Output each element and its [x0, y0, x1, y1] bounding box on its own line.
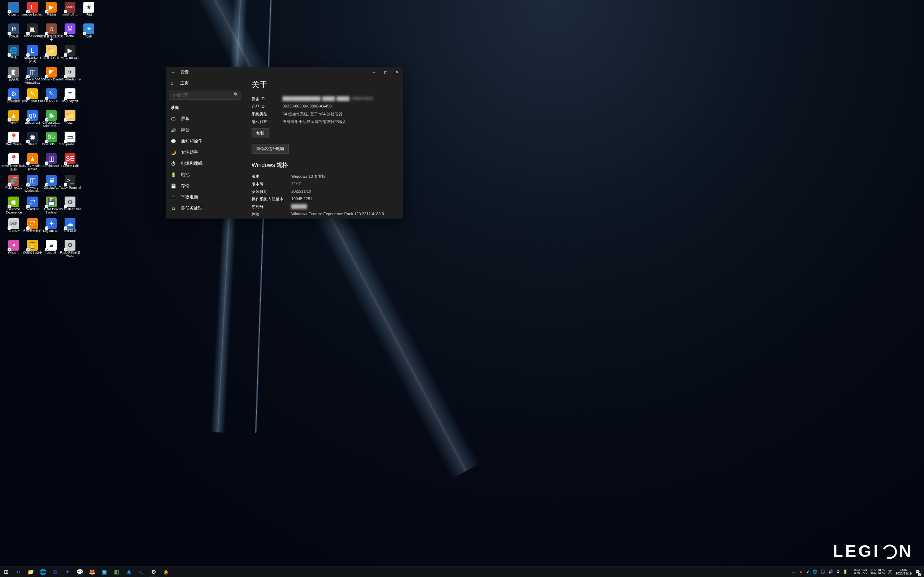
desktop-icon-label: 网络: [10, 56, 17, 60]
taskbar-explorer[interactable]: 📁: [24, 567, 37, 577]
sidebar-item[interactable]: ⧉多任务处理: [166, 203, 245, 214]
taskbar-terminal[interactable]: >_: [135, 567, 147, 577]
desktop-icon[interactable]: ▶↗MPC-BE x64: [57, 45, 83, 66]
taskbar-start[interactable]: ⊞: [0, 567, 12, 577]
desktop[interactable]: 👤↗C Liang🖥↗此电脑🌐↗网络🗑↗回收站⚙↗控制面板▲↗AIMP📍↗Bes…: [0, 0, 924, 566]
taskbar-firefox[interactable]: 🦊: [86, 567, 98, 577]
settings-window: ← 设置 ─ ▢ ✕ ⌂ 主页 🔍 系统 🖵屏幕🔊声音💬通知和操作🌙专注助手⏻电…: [166, 67, 403, 219]
tray-icon[interactable]: 🌐: [811, 567, 819, 577]
spec-value: ████████████-████-████-788DF8ED: [283, 96, 373, 102]
spec-key: 产品 ID: [252, 104, 283, 109]
sidebar-item-label: 声音: [181, 127, 189, 133]
cpu-monitor[interactable]: CPU: 31 % 内存: 67 %: [868, 567, 887, 577]
desktop-icon[interactable]: ✈↗MSI Afterburner: [57, 66, 83, 87]
app-icon: ◫↗: [27, 67, 38, 77]
desktop-icon-label: C Liang: [8, 13, 19, 16]
minimize-button[interactable]: ─: [368, 67, 380, 77]
sidebar-item[interactable]: ⏻电源和睡眠: [166, 158, 245, 169]
app-icon: ≡↗: [46, 240, 57, 251]
desktop-icon[interactable]: 📁↗osz: [57, 110, 83, 131]
search-input[interactable]: [169, 90, 241, 100]
app-icon: ◉↗: [27, 132, 38, 142]
sidebar-item[interactable]: 🖵屏幕: [166, 113, 245, 124]
tray-icon[interactable]: 🔺: [797, 567, 805, 577]
desktop-icon[interactable]: ☁↗百度网盘: [57, 218, 83, 239]
spec-row: 系统类型64 位操作系统, 基于 x64 的处理器: [252, 110, 396, 118]
sidebar-item-icon: 🖵: [171, 116, 176, 121]
system-tray: ︿ 🔺✔🌐🎧🔊⚙🔋 ↑: 2.84 KB/s ↓: 6.55 KB/s CPU:…: [790, 567, 924, 577]
sidebar-item-icon: 💾: [171, 184, 176, 189]
taskbar-wechat[interactable]: 💬: [74, 567, 86, 577]
maximize-button[interactable]: ▢: [380, 67, 391, 77]
sidebar-item-label: 平板电脑: [181, 194, 198, 200]
sidebar-item[interactable]: 🔊声音: [166, 124, 245, 135]
app-icon: 99↗: [46, 132, 57, 142]
rename-pc-button[interactable]: 重命名这台电脑: [252, 144, 289, 154]
clock[interactable]: 23:07 2022/11/19: [893, 567, 914, 577]
sidebar-item-label: 通知和操作: [181, 138, 202, 144]
spec-row: 产品 ID00330-80000-00000-AA450: [252, 103, 396, 110]
desktop-icon[interactable]: ▭↗Snipaste_...: [57, 131, 83, 152]
desktop-icon[interactable]: ≡↗osuPlay.txt: [57, 88, 83, 109]
app-icon: ⇄↗: [27, 197, 38, 207]
back-button[interactable]: ←: [171, 69, 176, 75]
app-icon: ☁↗: [65, 218, 76, 229]
spec-row: 体验Windows Feature Experience Pack 120.22…: [252, 211, 396, 218]
desktop-icon[interactable]: ⚙↗try to sleep.bat: [57, 196, 83, 217]
taskbar-edge[interactable]: 🌐: [37, 567, 49, 577]
taskbar-app4[interactable]: ◉: [123, 567, 135, 577]
spec-key: 设备 ID: [252, 96, 283, 102]
desktop-icon[interactable]: >_↗Tabby Terminal: [57, 174, 83, 195]
action-center[interactable]: 💬9: [914, 567, 921, 577]
app-icon: ▭↗: [65, 132, 76, 142]
sidebar-item[interactable]: 🔋电池: [166, 169, 245, 180]
tray-icon[interactable]: ✔: [805, 567, 811, 577]
taskbar-cortana[interactable]: ○: [12, 567, 24, 577]
desktop-icon-label: 迅雷: [85, 35, 92, 38]
desktop-icon-label: 此电脑: [9, 35, 19, 38]
desktop-icon-label: Snipaste_...: [61, 143, 79, 146]
app-icon: 👤↗: [8, 2, 19, 13]
app-icon: ✈↗: [65, 67, 76, 77]
sidebar-item[interactable]: 💬通知和操作: [166, 135, 245, 147]
desktop-icon-label: Tabby Terminal: [59, 186, 81, 189]
spec-value: █████: [291, 204, 307, 210]
desktop-icon[interactable]: ★↗快贴: [76, 2, 102, 23]
desktop-icon[interactable]: ✦↗迅雷: [76, 23, 102, 44]
ime-indicator[interactable]: 英: [887, 567, 893, 577]
spec-key: 体验: [252, 212, 291, 217]
close-button[interactable]: ✕: [391, 67, 403, 77]
app-icon: ✦↗: [8, 240, 19, 251]
sidebar-item[interactable]: 🌙专注助手: [166, 147, 245, 158]
sidebar-item-icon: 🔋: [171, 172, 176, 177]
desktop-icon[interactable]: SE↗Subtitle Edit: [57, 153, 83, 174]
tray-chevron[interactable]: ︿: [790, 567, 797, 577]
sidebar-item[interactable]: 📱平板电脑: [166, 192, 245, 203]
show-desktop[interactable]: [921, 567, 923, 577]
app-icon: ▶↗: [46, 2, 57, 13]
app-icon: ▲↗: [8, 110, 19, 121]
taskbar-app3[interactable]: ◧: [110, 567, 123, 577]
desktop-icon-label: osuPlay.txt: [62, 100, 78, 103]
copy-device-button[interactable]: 复制: [252, 128, 269, 138]
taskbar-code[interactable]: ⧉: [49, 567, 61, 577]
taskbar: ⊞○📁🌐⧉✦💬🦊▣◧◉>_⚙◉ ︿ 🔺✔🌐🎧🔊⚙🔋 ↑: 2.84 KB/s ↓…: [0, 566, 924, 577]
desktop-icon[interactable]: ⚙↗从rdp切换至显卡.bat: [57, 239, 83, 260]
taskbar-app1[interactable]: ✦: [61, 567, 74, 577]
desktop-icon-label: WinSCP: [26, 208, 39, 211]
page-heading: 关于: [252, 79, 396, 90]
taskbar-app2[interactable]: ▣: [98, 567, 110, 577]
sidebar-item[interactable]: 💾存储: [166, 180, 245, 192]
desktop-icon-label: Motrix: [65, 35, 75, 38]
app-icon: L↗: [27, 45, 38, 56]
app-icon: 🖥↗: [8, 23, 19, 34]
taskbar-settings[interactable]: ⚙: [147, 567, 160, 577]
tray-icon[interactable]: 🔊: [827, 567, 835, 577]
network-monitor[interactable]: ↑: 2.84 KB/s ↓: 6.55 KB/s: [849, 567, 868, 577]
tray-icon[interactable]: ⚙: [835, 567, 842, 577]
desktop-icon-label: Subtitle Edit: [61, 164, 79, 168]
tray-icon[interactable]: 🎧: [819, 567, 827, 577]
tray-icon[interactable]: 🔋: [842, 567, 849, 577]
taskbar-media[interactable]: ◉: [160, 567, 172, 577]
sidebar-home[interactable]: ⌂ 主页: [166, 77, 245, 89]
